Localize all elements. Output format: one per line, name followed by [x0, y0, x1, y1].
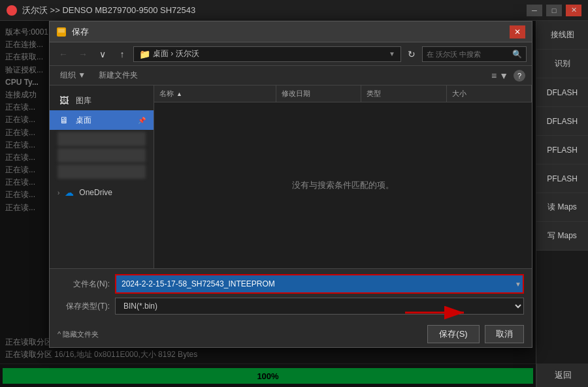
nav-back-button[interactable]: ←: [55, 46, 72, 62]
col-modified[interactable]: 修改日期: [276, 85, 361, 102]
search-input[interactable]: [427, 50, 510, 58]
dialog-toolbar: ← → ∨ ↑ 📁 桌面 › 沃尔沃 ▼ ↻ 🔍: [50, 42, 532, 66]
sidebar-btn-dflash2[interactable]: DFLASH: [536, 107, 588, 136]
search-bar: 🔍: [422, 46, 527, 62]
filename-row: 文件名(N): ▼: [57, 274, 524, 294]
title-bar-controls: ─ □ ✕: [527, 5, 581, 16]
return-button[interactable]: 返回: [536, 364, 588, 387]
blurred-nav-item-2: [57, 148, 146, 163]
sidebar-btn-pflash2[interactable]: PFLASH: [536, 164, 588, 193]
nav-item-onedrive[interactable]: › ☁ OneDrive: [50, 184, 154, 201]
dialog-title-bar: 保存 ✕: [50, 22, 532, 42]
view-button[interactable]: ≡ ▼: [491, 70, 508, 81]
action-buttons: 保存(S) 取消: [427, 325, 524, 343]
sidebar-btn-jxxt[interactable]: 接线图: [536, 21, 588, 50]
title-bar-text: 沃尔沃 >> DENSO MB279700-9500 SH72543: [22, 5, 527, 16]
sidebar-btn-write-maps[interactable]: 写 Maps: [536, 222, 588, 251]
sidebar-btn-dflash1[interactable]: DFLASH: [536, 78, 588, 107]
file-header: 名称 ▲ 修改日期 类型 大小: [154, 85, 532, 102]
filename-input-container: ▼: [115, 274, 524, 294]
folder-icon: 📁: [139, 49, 150, 59]
svg-rect-1: [58, 29, 65, 33]
refresh-button[interactable]: ↻: [404, 46, 419, 62]
nav-item-desktop-label: 桌面: [76, 115, 91, 126]
desktop-icon: 🖥: [57, 114, 71, 127]
save-button[interactable]: 保存(S): [427, 325, 480, 343]
library-icon: 🖼: [57, 94, 71, 107]
save-dialog: 保存 ✕ ← → ∨ ↑ 📁 桌面 › 沃尔沃 ▼ ↻ 🔍 组织 ▼ 新建文件夹…: [49, 21, 532, 348]
app-icon: [7, 5, 17, 16]
empty-message: 没有与搜索条件匹配的项。: [292, 179, 394, 191]
new-folder-button[interactable]: 新建文件夹: [95, 69, 142, 82]
dialog-organize-bar: 组织 ▼ 新建文件夹 ≡ ▼ ?: [50, 66, 532, 85]
dialog-body: 🖼 图库 🖥 桌面 📌 › ☁ OneDrive 名称: [50, 85, 532, 268]
onedrive-icon: ☁: [65, 187, 74, 198]
breadcrumb-dropdown-icon: ▼: [389, 50, 395, 57]
filetype-label: 保存类型(T):: [57, 301, 110, 312]
nav-panel: 🖼 图库 🖥 桌面 📌 › ☁ OneDrive: [50, 85, 154, 268]
filetype-select[interactable]: BIN(*.bin): [115, 298, 524, 315]
nav-item-library-label: 图库: [76, 95, 91, 106]
filetype-row: 保存类型(T): BIN(*.bin): [57, 298, 524, 315]
filename-label: 文件名(N):: [57, 279, 110, 290]
col-name[interactable]: 名称 ▲: [154, 85, 276, 102]
blurred-nav-item-3: [57, 164, 146, 179]
pin-icon: 📌: [138, 117, 146, 124]
minimize-button[interactable]: ─: [527, 5, 542, 16]
app-close-button[interactable]: ✕: [566, 5, 581, 16]
dialog-close-button[interactable]: ✕: [510, 25, 525, 39]
breadcrumb-text: 桌面 › 沃尔沃: [153, 48, 199, 59]
dialog-actions: ^ 隐藏文件夹 保存(S) 取消: [50, 320, 532, 347]
organize-button[interactable]: 组织 ▼: [56, 69, 90, 82]
nav-forward-button[interactable]: →: [74, 46, 91, 62]
filename-input[interactable]: [116, 275, 523, 292]
dialog-icon: [56, 27, 67, 37]
right-sidebar: 接线图 识别 DFLASH DFLASH PFLASH PFLASH 读 Map…: [536, 21, 588, 387]
nav-item-desktop[interactable]: 🖥 桌面 📌: [50, 110, 154, 130]
nav-down-button[interactable]: ∨: [94, 46, 111, 62]
cancel-button[interactable]: 取消: [485, 325, 524, 343]
nav-item-onedrive-label: OneDrive: [79, 188, 112, 197]
filetype-select-container: BIN(*.bin): [115, 298, 524, 315]
dialog-title-text: 保存: [72, 26, 510, 38]
search-icon: 🔍: [512, 50, 522, 59]
maximize-button[interactable]: □: [546, 5, 562, 16]
blurred-nav-item-1: [57, 132, 146, 146]
sidebar-btn-read-maps[interactable]: 读 Maps: [536, 193, 588, 222]
nav-up-button[interactable]: ↑: [114, 46, 131, 62]
file-list-body: 没有与搜索条件匹配的项。: [154, 102, 532, 268]
breadcrumb: 📁 桌面 › 沃尔沃 ▼: [133, 46, 401, 62]
sidebar-btn-pflash1[interactable]: PFLASH: [536, 136, 588, 164]
hidden-files-toggle[interactable]: ^ 隐藏文件夹: [57, 330, 99, 339]
help-button[interactable]: ?: [514, 70, 525, 82]
file-panel: 名称 ▲ 修改日期 类型 大小 没有与搜索条件匹配的项。: [154, 85, 532, 268]
col-size[interactable]: 大小: [447, 85, 532, 102]
filename-dropdown-icon: ▼: [515, 281, 521, 288]
nav-item-library[interactable]: 🖼 图库: [50, 91, 154, 110]
dialog-bottom: 文件名(N): ▼ 保存类型(T): BIN(*.bin): [50, 268, 532, 320]
sidebar-btn-sb[interactable]: 识别: [536, 50, 588, 78]
onedrive-chevron-icon: ›: [57, 189, 59, 196]
sort-arrow: ▲: [176, 91, 182, 97]
col-type[interactable]: 类型: [361, 85, 446, 102]
title-bar: 沃尔沃 >> DENSO MB279700-9500 SH72543 ─ □ ✕: [0, 0, 588, 21]
